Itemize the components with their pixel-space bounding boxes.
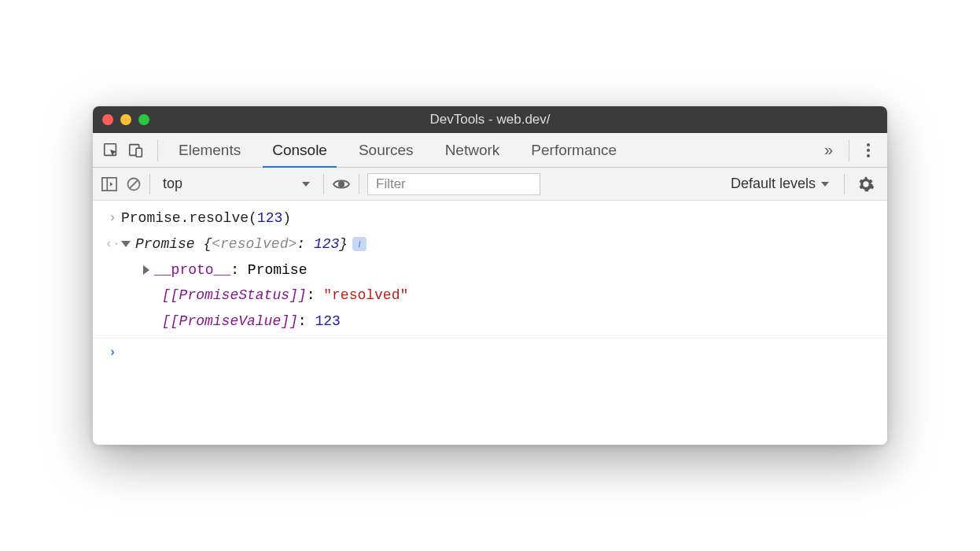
divider: [359, 174, 359, 194]
result-status-row[interactable]: [[PromiseStatus]]: "resolved": [93, 283, 887, 309]
log-levels-selector[interactable]: Default levels: [724, 176, 836, 192]
output-chevron-icon: ‹·: [104, 233, 121, 255]
divider: [844, 174, 845, 194]
divider: [323, 174, 324, 194]
more-tabs-button[interactable]: »: [813, 141, 844, 159]
expand-caret-right-icon[interactable]: [143, 265, 149, 275]
live-expression-eye-icon[interactable]: [332, 178, 351, 190]
levels-label: Default levels: [731, 176, 816, 192]
prompt-chevron-icon: ›: [104, 342, 121, 364]
console-settings-gear-icon[interactable]: [853, 176, 879, 193]
tab-elements[interactable]: Elements: [163, 133, 256, 167]
inspect-element-icon[interactable]: [102, 142, 120, 159]
input-expression: Promise.resolve(123): [121, 207, 876, 230]
divider: [149, 174, 150, 194]
info-badge-icon[interactable]: i: [352, 237, 367, 251]
context-selector[interactable]: top: [158, 176, 315, 192]
status-line: [[PromiseStatus]]: "resolved": [121, 284, 876, 307]
fullscreen-window-button[interactable]: [138, 114, 149, 125]
result-proto-row[interactable]: __proto__: Promise: [93, 257, 887, 283]
value-line: [[PromiseValue]]: 123: [121, 310, 876, 333]
svg-rect-2: [136, 148, 142, 157]
device-toolbar-icon[interactable]: [127, 142, 145, 159]
proto-line: __proto__: Promise: [121, 259, 876, 282]
expand-caret-down-icon[interactable]: [121, 241, 131, 247]
context-value: top: [163, 176, 182, 192]
svg-line-6: [130, 180, 138, 188]
dropdown-triangle-icon: [820, 181, 830, 187]
window-title: DevTools - web.dev/: [93, 112, 887, 128]
result-summary: Promise {<resolved>: 123}i: [121, 233, 876, 256]
svg-point-7: [339, 181, 344, 186]
tab-console[interactable]: Console: [256, 133, 343, 167]
console-output: › Promise.resolve(123) ‹· Promise {<reso…: [93, 201, 887, 445]
minimize-window-button[interactable]: [120, 114, 131, 125]
console-output-row[interactable]: ‹· Promise {<resolved>: 123}i: [93, 231, 887, 257]
result-value-row[interactable]: [[PromiseValue]]: 123: [93, 309, 887, 335]
divider: [849, 139, 849, 161]
tab-performance[interactable]: Performance: [515, 133, 632, 167]
dropdown-triangle-icon: [301, 181, 311, 187]
tabbar: Elements Console Sources Network Perform…: [93, 133, 887, 168]
devtools-window: DevTools - web.dev/ Elements Console Sou…: [93, 106, 887, 445]
tab-network[interactable]: Network: [429, 133, 516, 167]
input-chevron-icon: ›: [104, 207, 121, 229]
divider: [157, 139, 158, 161]
tabs: Elements Console Sources Network Perform…: [163, 133, 813, 167]
console-prompt-row[interactable]: ›: [93, 338, 887, 365]
tab-sources[interactable]: Sources: [343, 133, 429, 167]
menu-kebab-button[interactable]: [854, 133, 882, 167]
filter-input[interactable]: [367, 173, 540, 195]
clear-console-icon[interactable]: [126, 176, 142, 192]
svg-rect-3: [102, 177, 116, 190]
console-toolbar: top Default levels: [93, 168, 887, 201]
tabbar-left-tools: [98, 133, 153, 167]
close-window-button[interactable]: [102, 114, 113, 125]
toggle-sidebar-icon[interactable]: [101, 176, 118, 192]
console-input-row[interactable]: › Promise.resolve(123): [93, 205, 887, 231]
traffic-lights: [102, 114, 149, 125]
titlebar: DevTools - web.dev/: [93, 106, 887, 133]
